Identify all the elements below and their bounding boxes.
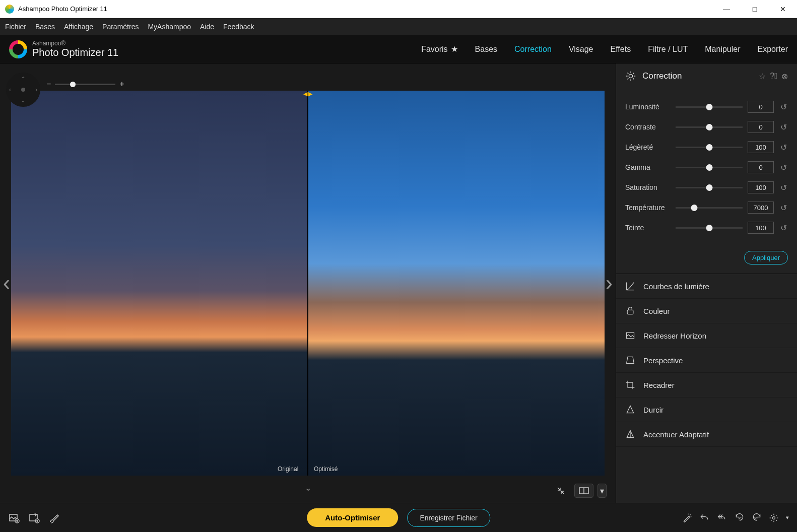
tab-manipuler[interactable]: Manipuler [705, 45, 740, 54]
add-image-button[interactable] [8, 512, 20, 524]
slider-value-teinte[interactable]: 100 [748, 222, 774, 234]
save-file-button[interactable]: Enregistrer Fichier [407, 509, 490, 527]
pan-down-icon[interactable]: ⌄ [21, 97, 26, 104]
tool-lock[interactable]: Couleur [616, 299, 797, 323]
reset-contraste-icon[interactable]: ↺ [779, 122, 788, 132]
svg-rect-3 [627, 310, 633, 314]
zoom-control: − + [46, 80, 124, 89]
reset-saturation-icon[interactable]: ↺ [779, 183, 788, 192]
tab-correction[interactable]: Correction [514, 45, 552, 54]
magic-wand-icon[interactable] [682, 513, 692, 523]
help-icon[interactable]: ?⃝ [770, 72, 777, 81]
slider-value-saturation[interactable]: 100 [748, 181, 774, 193]
collapse-view-button[interactable] [551, 484, 570, 498]
tab-filtre-lut[interactable]: Filtre / LUT [648, 45, 688, 54]
expand-thumbnails-button[interactable]: ⌄ [305, 483, 311, 493]
tab-bases[interactable]: Bases [475, 45, 497, 54]
close-panel-icon[interactable]: ⊗ [781, 72, 788, 81]
tool-perspective[interactable]: Perspective [616, 348, 797, 373]
slider-track-teinte[interactable] [676, 227, 743, 229]
pan-up-icon[interactable]: ⌃ [21, 76, 26, 83]
minimize-button[interactable]: — [717, 2, 736, 17]
menu-affichage[interactable]: Affichage [64, 23, 93, 31]
split-divider[interactable] [307, 91, 308, 476]
svg-point-2 [629, 74, 632, 78]
reset-legerete-icon[interactable]: ↺ [779, 143, 788, 152]
reset-teinte-icon[interactable]: ↺ [779, 223, 788, 233]
slider-track-gamma[interactable] [676, 167, 743, 168]
prev-image-button[interactable]: ‹ [3, 271, 10, 295]
logo-brand: Ashampoo® [32, 40, 118, 47]
tool-label-perspective: Perspective [643, 356, 683, 365]
undo-all-icon[interactable] [716, 513, 727, 523]
slider-track-saturation[interactable] [676, 187, 743, 188]
tool-label-horizon: Redresser Horizon [643, 331, 706, 340]
maximize-button[interactable]: □ [746, 2, 764, 17]
tool-label-sharpen: Durcir [643, 406, 663, 414]
split-handle-icons[interactable]: ◀▶ [303, 91, 312, 97]
close-button[interactable]: ✕ [774, 2, 792, 17]
reset-gamma-icon[interactable]: ↺ [779, 163, 788, 172]
add-folder-button[interactable] [28, 512, 40, 524]
slider-row-temperature: Température 7000 ↺ [625, 202, 788, 214]
zoom-in-button[interactable]: + [119, 80, 124, 89]
slider-track-contraste[interactable] [676, 126, 743, 128]
menu-myashampoo[interactable]: MyAshampoo [148, 23, 191, 31]
bottom-bar: Auto-Optimiser Enregistrer Fichier 90° 9… [0, 503, 797, 532]
reset-temperature-icon[interactable]: ↺ [779, 203, 788, 213]
zoom-slider[interactable] [55, 84, 115, 85]
tool-horizon[interactable]: Redresser Horizon [616, 323, 797, 348]
slider-label-teinte: Teinte [625, 224, 671, 232]
rotate-left-icon[interactable]: 90° [735, 513, 745, 523]
pan-control[interactable]: ⌃ ⌄ ‹ › [6, 73, 40, 107]
zoom-out-button[interactable]: − [46, 80, 51, 89]
menubar: Fichier Bases Affichage Paramètres MyAsh… [0, 18, 797, 35]
auto-optimize-button[interactable]: Auto-Optimiser [307, 508, 398, 527]
star-icon: ★ [451, 44, 458, 54]
menu-bases[interactable]: Bases [35, 23, 55, 31]
menu-parametres[interactable]: Paramètres [102, 23, 139, 31]
tab-exporter[interactable]: Exporter [758, 45, 788, 54]
settings-icon[interactable] [769, 513, 779, 523]
pan-left-icon[interactable]: ‹ [9, 86, 11, 93]
slider-track-temperature[interactable] [676, 207, 743, 209]
view-mode-dropdown[interactable]: ▾ [597, 484, 607, 498]
reset-luminosite-icon[interactable]: ↺ [779, 102, 788, 112]
apply-button[interactable]: Appliquer [744, 251, 788, 264]
settings-dropdown-icon[interactable]: ▾ [786, 514, 789, 521]
slider-value-contraste[interactable]: 0 [748, 121, 774, 133]
next-image-button[interactable]: › [606, 271, 613, 295]
slider-label-luminosite: Luminosité [625, 103, 671, 111]
tool-crop[interactable]: Recadrer [616, 373, 797, 397]
tab-effets[interactable]: Effets [611, 45, 631, 54]
slider-value-gamma[interactable]: 0 [748, 161, 774, 173]
slider-track-luminosite[interactable] [676, 106, 743, 108]
menu-fichier[interactable]: Fichier [5, 23, 26, 31]
adaptive-icon [625, 429, 636, 439]
slider-label-contraste: Contraste [625, 123, 671, 131]
undo-icon[interactable] [699, 513, 709, 523]
pan-right-icon[interactable]: › [35, 86, 37, 93]
svg-text:90°: 90° [754, 516, 758, 519]
slider-value-legerete[interactable]: 100 [748, 141, 774, 153]
tab-favoris[interactable]: Favoris ★ [421, 44, 457, 54]
split-view-button[interactable] [574, 484, 593, 498]
tool-sharpen[interactable]: Durcir [616, 397, 797, 422]
tool-curves[interactable]: Courbes de lumière [616, 274, 797, 299]
pan-center-icon[interactable] [21, 88, 25, 92]
menu-feedback[interactable]: Feedback [223, 23, 254, 31]
menu-aide[interactable]: Aide [200, 23, 214, 31]
slider-row-contraste: Contraste 0 ↺ [625, 121, 788, 133]
tool-adaptive[interactable]: Accentuer Adaptatif [616, 422, 797, 447]
favorite-icon[interactable]: ☆ [759, 72, 766, 81]
slider-value-luminosite[interactable]: 0 [748, 101, 774, 113]
brightness-icon [625, 71, 636, 82]
perspective-icon [625, 355, 636, 365]
rotate-right-icon[interactable]: 90° [752, 513, 762, 523]
slider-track-legerete[interactable] [676, 147, 743, 148]
tab-visage[interactable]: Visage [569, 45, 593, 54]
brush-button[interactable] [48, 512, 60, 524]
slider-value-temperature[interactable]: 7000 [748, 202, 774, 214]
svg-text:90°: 90° [739, 516, 743, 519]
label-original: Original [278, 466, 298, 473]
